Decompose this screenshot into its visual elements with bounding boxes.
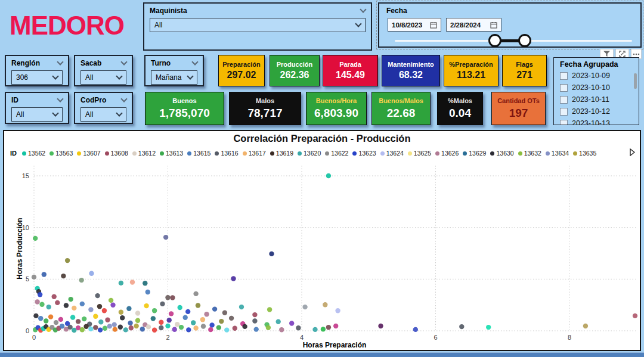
scatter-point[interactable] [54,320,58,325]
scatter-point[interactable] [222,311,227,315]
scatter-point[interactable] [107,324,112,328]
turno-select[interactable]: Mañana [151,70,197,85]
scatter-point[interactable] [35,299,39,304]
scatter-point[interactable] [82,316,86,321]
scatter-point[interactable] [208,327,213,332]
scatter-point[interactable] [178,305,182,310]
scatter-point[interactable] [88,327,93,331]
scatter-point[interactable] [93,325,98,330]
scatter-point[interactable] [216,325,221,330]
date-slider-handle-start[interactable] [488,34,501,47]
scatter-point[interactable] [89,271,94,276]
scatter-point[interactable] [64,303,69,308]
scatter-point[interactable] [135,318,140,323]
legend-item-13608[interactable]: 13608 [105,150,128,157]
scatter-point[interactable] [378,324,383,328]
scatter-point[interactable] [80,327,85,332]
scatter-point[interactable] [335,308,340,313]
legend-item-13626[interactable]: 13626 [435,150,459,157]
scatter-point[interactable] [110,303,115,308]
fecha-start-input[interactable]: 10/8/2023 [388,18,441,32]
scatter-point[interactable] [583,324,588,328]
scatter-point[interactable] [200,317,205,322]
chevron-down-icon[interactable] [120,58,127,65]
scatter-point[interactable] [229,316,234,321]
scatter-point[interactable] [252,318,257,323]
scatter-point[interactable] [33,313,38,318]
legend-item-13623[interactable]: 13623 [352,150,376,157]
scatter-point[interactable] [169,311,174,316]
scatter-point[interactable] [135,311,140,315]
scatter-point[interactable] [159,325,163,330]
scatter-point[interactable] [326,173,331,178]
scatter-point[interactable] [159,320,163,325]
legend-item-13622[interactable]: 13622 [325,150,348,157]
scatter-point[interactable] [276,319,281,324]
scatter-point[interactable] [33,236,38,241]
checkbox[interactable] [560,120,568,126]
scatter-point[interactable] [486,325,491,330]
scatter-point[interactable] [254,327,259,331]
legend-item-13634[interactable]: 13634 [546,150,569,157]
scatter-point[interactable] [172,327,177,332]
checkbox[interactable] [560,72,568,80]
scatter-point[interactable] [321,327,326,331]
scatter-point[interactable] [44,318,48,323]
scatter-point[interactable] [38,292,42,297]
scatter-point[interactable] [105,318,110,322]
scatter-point[interactable] [70,315,75,319]
scatter-point[interactable] [97,304,102,309]
legend-item-13563[interactable]: 13563 [49,150,73,157]
maquinista-select[interactable]: All [150,18,366,32]
scatter-point[interactable] [212,306,217,311]
scatter-point[interactable] [160,302,165,306]
scatter-point[interactable] [80,302,85,306]
legend-item-13624[interactable]: 13624 [380,150,404,157]
legend-item-13613[interactable]: 13613 [160,150,183,157]
scatter-point[interactable] [266,325,271,330]
scatter-point[interactable] [239,305,244,309]
scatter-point[interactable] [193,291,198,296]
scatter-point[interactable] [326,325,331,330]
scatter-point[interactable] [152,328,157,333]
fecha-agrupada-item[interactable]: 2023-10-09 [554,70,639,82]
scatter-point[interactable] [61,274,66,278]
scatter-point[interactable] [143,281,147,285]
legend-item-13630[interactable]: 13630 [490,150,513,157]
legend-item-13617[interactable]: 13617 [243,150,266,157]
scatter-point[interactable] [109,298,113,303]
fecha-agrupada-item[interactable]: 2023-10-13 [554,117,639,125]
legend-item-13619[interactable]: 13619 [270,150,293,157]
scatter-point[interactable] [98,319,103,324]
legend-item-13612[interactable]: 13612 [132,150,156,157]
id-select[interactable]: All [11,107,63,122]
legend-item-13615[interactable]: 13615 [187,150,210,157]
scatter-point[interactable] [242,324,247,329]
scatter-point[interactable] [267,307,272,312]
fecha-agrupada-item[interactable]: 2023-10-12 [554,105,639,117]
scatter-point[interactable] [269,252,274,256]
scatter-point[interactable] [163,235,168,240]
scatter-point[interactable] [252,312,257,317]
scatter-point[interactable] [67,325,72,330]
scatter-point[interactable] [123,327,128,332]
checkbox[interactable] [560,108,568,116]
legend-item-13607[interactable]: 13607 [77,150,100,157]
scatter-point[interactable] [130,280,135,284]
fecha-agrupada-item[interactable]: 2023-10-11 [554,94,639,105]
scatter-point[interactable] [79,278,84,283]
legend-item-13620[interactable]: 13620 [298,150,321,157]
chevron-down-icon[interactable] [57,95,63,102]
chevron-down-icon[interactable] [191,58,198,65]
scatter-point[interactable] [72,306,76,311]
scatter-point[interactable] [196,303,200,308]
scatter-point[interactable] [165,295,170,300]
scatter-point[interactable] [32,275,36,280]
legend-item-13625[interactable]: 13625 [408,150,431,157]
scatter-point[interactable] [185,309,190,314]
scatter-point[interactable] [113,327,117,331]
checkbox[interactable] [560,96,568,104]
scatter-point[interactable] [296,325,301,330]
scatter-point[interactable] [333,324,338,328]
scatter-point[interactable] [134,324,139,328]
